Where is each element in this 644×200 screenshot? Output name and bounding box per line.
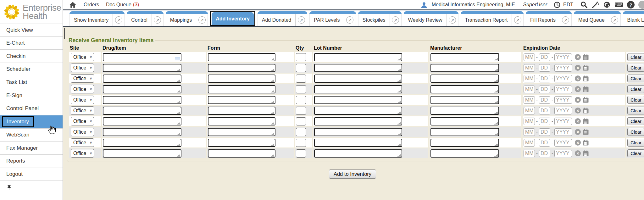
clear-row-button[interactable]: Clear [627,107,644,114]
site-select[interactable]: Office∨ [71,74,94,83]
site-select[interactable]: Office∨ [71,106,94,115]
expiration-month-input[interactable] [524,75,535,82]
popout-icon[interactable]: ↗ [152,16,163,24]
tab-fill-reports[interactable]: Fill Reports ↗ [526,11,572,26]
expiration-day-input[interactable] [539,53,550,61]
clear-row-button[interactable]: Clear [627,128,644,136]
popout-icon[interactable]: ↗ [196,16,208,24]
help-icon[interactable]: ? [627,1,635,8]
calendar-icon[interactable] [583,140,589,146]
manufacturer-input[interactable] [430,139,499,147]
expiration-month-input[interactable] [524,150,535,157]
globe-icon[interactable] [603,1,611,8]
expiration-year-input[interactable] [554,96,572,104]
expiration-day-input[interactable] [539,118,550,125]
expiration-month-input[interactable] [524,118,535,125]
lot-number-input[interactable] [314,139,402,147]
clear-date-icon[interactable]: × [575,75,581,81]
drug-item-input[interactable] [103,53,181,61]
calendar-icon[interactable] [583,97,589,103]
expiration-month-input[interactable] [524,107,535,114]
drug-item-input[interactable] [103,128,181,136]
clear-row-button[interactable]: Clear [627,64,644,72]
clear-row-button[interactable]: Clear [627,85,644,93]
site-select[interactable]: Office∨ [71,85,94,93]
site-select[interactable]: Office∨ [71,53,94,61]
popout-icon[interactable]: ↗ [296,16,307,24]
form-input[interactable] [208,117,275,125]
scrollbar-thumb[interactable] [64,28,65,39]
form-input[interactable] [208,149,275,158]
manufacturer-input[interactable] [430,53,499,61]
qty-input[interactable] [296,85,306,93]
expiration-day-input[interactable] [539,128,550,136]
tab-add-donated[interactable]: Add Donated ↗ [258,11,307,26]
popout-icon[interactable]: ↗ [560,16,571,24]
qty-input[interactable] [296,75,306,83]
expiration-day-input[interactable] [539,139,550,147]
tab-par-levels[interactable]: PAR Levels ↗ [309,11,356,26]
qty-input[interactable] [296,64,306,72]
lot-number-input[interactable] [314,75,402,83]
drug-item-input[interactable] [103,85,181,93]
drug-item-input[interactable] [103,96,181,104]
sidebar-item-e-chart[interactable]: E-Chart [0,37,63,50]
sidebar-item-control-panel[interactable]: Control Panel [0,102,63,115]
drug-item-input[interactable] [103,139,181,147]
lot-number-input[interactable] [314,128,402,136]
expiration-month-input[interactable] [524,139,535,147]
lot-number-input[interactable] [314,85,402,93]
lot-number-input[interactable] [314,149,402,158]
clear-row-button[interactable]: Clear [627,75,644,82]
expiration-year-input[interactable] [554,139,572,147]
clear-date-icon[interactable]: × [575,118,581,124]
expiration-day-input[interactable] [539,96,550,104]
site-select[interactable]: Office∨ [71,128,94,136]
expiration-year-input[interactable] [554,53,572,61]
clear-date-icon[interactable]: × [575,129,581,135]
sidebar-item-pin[interactable] [0,181,63,194]
clear-row-button[interactable]: Clear [627,53,644,61]
calendar-icon[interactable] [583,150,589,157]
popout-icon[interactable]: ↗ [113,16,124,24]
clear-date-icon[interactable]: × [575,150,581,156]
wand-icon[interactable] [591,1,599,8]
qty-input[interactable] [296,117,306,125]
expiration-month-input[interactable] [524,86,535,93]
manufacturer-input[interactable] [430,75,499,83]
clear-row-button[interactable]: Clear [627,96,644,104]
clear-date-icon[interactable]: × [575,54,581,60]
expiration-year-input[interactable] [554,64,572,72]
lot-number-input[interactable] [314,64,402,72]
avatar[interactable] [638,1,644,9]
drug-item-input[interactable] [103,149,181,158]
expiration-day-input[interactable] [539,150,550,157]
sidebar-item-task-list[interactable]: Task List [0,76,63,89]
form-input[interactable] [208,96,275,104]
calendar-icon[interactable] [583,65,589,71]
manufacturer-input[interactable] [430,107,499,115]
clear-date-icon[interactable]: × [575,108,581,114]
add-to-inventory-button[interactable]: Add to Inventory [329,169,376,179]
tab-control[interactable]: Control ↗ [127,11,164,26]
manufacturer-input[interactable] [430,128,499,136]
home-icon[interactable] [69,1,77,8]
tab-show-inventory[interactable]: Show Inventory ↗ [69,11,125,26]
expiration-year-input[interactable] [554,150,572,157]
form-input[interactable] [208,85,275,93]
clear-date-icon[interactable]: × [575,86,581,92]
expiration-month-input[interactable] [524,53,535,61]
sidebar-item-webscan[interactable]: WebScan [0,129,63,142]
sidebar-item-checkin[interactable]: Checkin [0,50,63,63]
expiration-day-input[interactable] [539,75,550,82]
drug-item-input[interactable] [103,64,181,72]
site-select[interactable]: Office∨ [71,149,94,158]
clear-row-button[interactable]: Clear [627,117,644,125]
popout-icon[interactable]: ↗ [344,16,356,24]
clear-row-button[interactable]: Clear [627,149,644,157]
expiration-year-input[interactable] [554,128,572,136]
calendar-icon[interactable] [583,108,589,114]
qty-input[interactable] [296,149,306,158]
expiration-day-input[interactable] [539,86,550,93]
popout-icon[interactable]: ↗ [512,16,523,24]
